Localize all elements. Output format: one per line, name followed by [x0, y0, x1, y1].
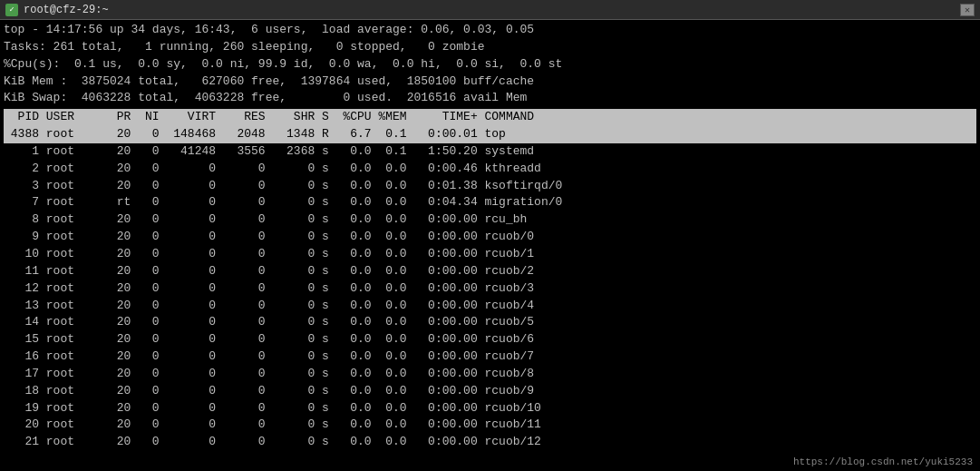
- table-row: 17 root 20 0 0 0 0 s 0.0 0.0 0:00.00 rcu…: [4, 366, 976, 383]
- column-header: PID USER PR NI VIRT RES SHR S %CPU %MEM …: [4, 109, 976, 126]
- table-row: 4388 root 20 0 148468 2048 1348 R 6.7 0.…: [4, 126, 976, 143]
- table-row: 21 root 20 0 0 0 0 s 0.0 0.0 0:00.00 rcu…: [4, 434, 976, 451]
- title-bar: root@cfz-29:~ ✕: [0, 0, 980, 20]
- header-section: top - 14:17:56 up 34 days, 16:43, 6 user…: [4, 22, 976, 107]
- header-line3: %Cpu(s): 0.1 us, 0.0 sy, 0.0 ni, 99.9 id…: [4, 56, 976, 74]
- table-row: 1 root 20 0 41248 3556 2368 s 0.0 0.1 1:…: [4, 143, 976, 161]
- table-row: 15 root 20 0 0 0 0 s 0.0 0.0 0:00.00 rcu…: [4, 331, 976, 348]
- table-row: 8 root 20 0 0 0 0 s 0.0 0.0 0:00.00 rcu_…: [4, 211, 976, 229]
- table-row: 12 root 20 0 0 0 0 s 0.0 0.0 0:00.00 rcu…: [4, 280, 976, 298]
- terminal: top - 14:17:56 up 34 days, 16:43, 6 user…: [0, 20, 980, 453]
- header-line4: KiB Mem : 3875024 total, 627060 free, 13…: [4, 74, 976, 91]
- table-row: 7 root rt 0 0 0 0 s 0.0 0.0 0:04.34 migr…: [4, 194, 976, 211]
- table-row: 18 root 20 0 0 0 0 s 0.0 0.0 0:00.00 rcu…: [4, 383, 976, 400]
- table-row: 9 root 20 0 0 0 0 s 0.0 0.0 0:00.00 rcuo…: [4, 229, 976, 246]
- title-bar-icon: [5, 4, 18, 16]
- table-row: 11 root 20 0 0 0 0 s 0.0 0.0 0:00.00 rcu…: [4, 263, 976, 280]
- header-line2: Tasks: 261 total, 1 running, 260 sleepin…: [4, 39, 976, 56]
- table-row: 20 root 20 0 0 0 0 s 0.0 0.0 0:00.00 rcu…: [4, 417, 976, 434]
- table-row: 14 root 20 0 0 0 0 s 0.0 0.0 0:00.00 rcu…: [4, 314, 976, 331]
- header-line1: top - 14:17:56 up 34 days, 16:43, 6 user…: [4, 22, 976, 39]
- title-bar-text: root@cfz-29:~: [24, 4, 960, 16]
- close-button[interactable]: ✕: [960, 4, 975, 16]
- table-row: 19 root 20 0 0 0 0 s 0.0 0.0 0:00.00 rcu…: [4, 400, 976, 417]
- process-list: 4388 root 20 0 148468 2048 1348 R 6.7 0.…: [4, 126, 976, 451]
- table-row: 10 root 20 0 0 0 0 s 0.0 0.0 0:00.00 rcu…: [4, 246, 976, 263]
- table-row: 16 root 20 0 0 0 0 s 0.0 0.0 0:00.00 rcu…: [4, 348, 976, 366]
- table-row: 2 root 20 0 0 0 0 s 0.0 0.0 0:00.46 kthr…: [4, 161, 976, 178]
- table-row: 13 root 20 0 0 0 0 s 0.0 0.0 0:00.00 rcu…: [4, 298, 976, 315]
- header-line5: KiB Swap: 4063228 total, 4063228 free, 0…: [4, 90, 976, 107]
- table-row: 3 root 20 0 0 0 0 s 0.0 0.0 0:01.38 ksof…: [4, 178, 976, 195]
- watermark: https://blog.csdn.net/yuki5233: [793, 456, 973, 467]
